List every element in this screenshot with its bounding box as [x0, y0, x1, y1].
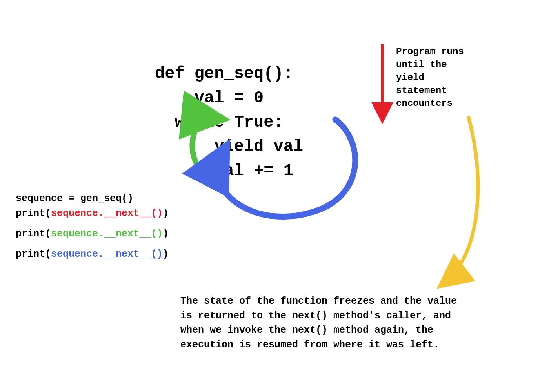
next-call-blue: sequence.__next__()	[51, 249, 163, 260]
diagram-canvas: def gen_seq(): val = 0 while True: yield…	[0, 0, 549, 392]
next-call-green: sequence.__next__()	[51, 228, 163, 240]
print-line-1: print(sequence.__next__())	[16, 207, 169, 220]
annotation-freeze-explain: The state of the function freezes and th…	[180, 294, 463, 352]
next-call-red: sequence.__next__()	[51, 208, 163, 219]
generator-code-block: def gen_seq(): val = 0 while True: yield…	[155, 37, 303, 207]
arrow-yellow-down	[445, 118, 478, 282]
code-line-5: val += 1	[155, 162, 293, 180]
code-line-1: def gen_seq():	[155, 64, 293, 83]
code-line-4: yield val	[155, 137, 303, 156]
annotation-run-until-yield: Program runs until the yield statement e…	[396, 45, 478, 110]
assign-line: sequence = gen_seq()	[16, 192, 169, 205]
code-line-2: val = 0	[155, 89, 264, 107]
print-line-3: print(sequence.__next__())	[16, 248, 169, 261]
code-line-3: while True:	[155, 113, 284, 132]
caller-code-block: sequence = gen_seq() print(sequence.__ne…	[16, 192, 169, 263]
print-line-2: print(sequence.__next__())	[16, 227, 169, 241]
